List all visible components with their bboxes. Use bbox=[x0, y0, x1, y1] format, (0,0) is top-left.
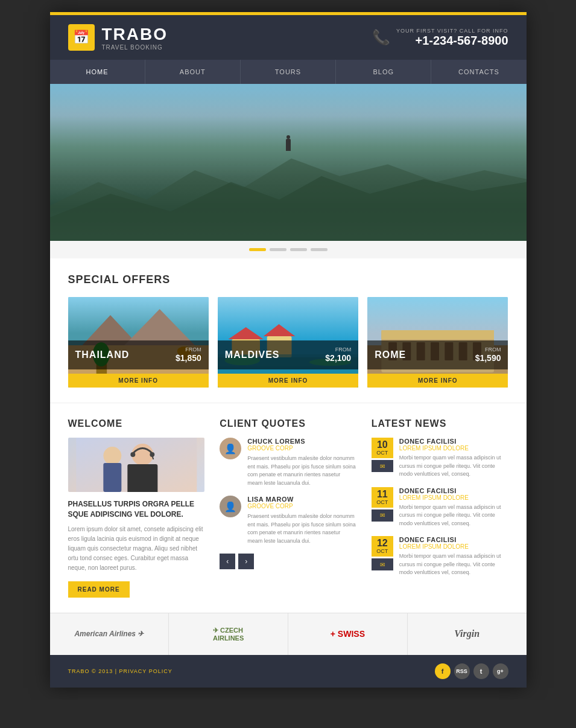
social-rss-button[interactable]: RSS bbox=[454, 663, 470, 679]
contact-text: YOUR FIRST VISIT? CALL FOR INFO +1-234-5… bbox=[396, 28, 508, 48]
american-airlines-logo: American Airlines ✈ bbox=[74, 630, 144, 638]
dot-1[interactable] bbox=[249, 248, 266, 251]
welcome-col: WELCOME bbox=[68, 418, 205, 598]
virgin-logo: Virgin bbox=[454, 628, 479, 639]
news-col: LATEST NEWS 10 OCT ✉ DONEC FACILISI LORE… bbox=[372, 418, 508, 598]
quote-item-2: 👤 LISA MAROW GROOVE CORP Praesent vestib… bbox=[220, 496, 356, 545]
quote-company-2: GROOVE CORP bbox=[247, 503, 356, 509]
welcome-subtitle: PHASELLUS TURPIS ORGRA PELLE SQUE ADIPIS… bbox=[68, 499, 205, 520]
news-date-col-3: 12 OCT ✉ bbox=[372, 536, 393, 570]
quote-content-1: CHUCK LOREMS GROOVE CORP Praesent vestib… bbox=[247, 438, 356, 487]
quote-next-button[interactable]: › bbox=[238, 554, 254, 569]
news-item-1: 10 OCT ✉ DONEC FACILISI LOREM IPSUM DOLO… bbox=[372, 438, 508, 479]
dot-4[interactable] bbox=[311, 248, 328, 251]
special-offers-section: SPECIAL OFFERS bbox=[50, 258, 527, 403]
news-title: LATEST NEWS bbox=[372, 418, 508, 429]
news-month-3: OCT bbox=[376, 548, 388, 554]
footer-copy: TRABO © 2013 | PRIVACY POLICY bbox=[68, 668, 172, 674]
quote-item-1: 👤 CHUCK LOREMS GROOVE CORP Praesent vest… bbox=[220, 438, 356, 487]
news-title-2: DONEC FACILISI bbox=[399, 487, 508, 494]
news-month-1: OCT bbox=[376, 450, 388, 456]
svg-rect-32 bbox=[103, 463, 121, 492]
nav-home[interactable]: HOME bbox=[50, 60, 145, 84]
offer-label-maldives: MALDIVES FROM $2,100 bbox=[218, 340, 358, 369]
site-footer: TRABO © 2013 | PRIVACY POLICY f RSS t g+ bbox=[50, 655, 527, 688]
slider-dots bbox=[50, 241, 527, 258]
main-nav: HOME ABOUT TOURS BLOG CONTACTS bbox=[50, 60, 527, 84]
news-badge-2: 11 OCT bbox=[372, 487, 393, 508]
news-icon-2: ✉ bbox=[372, 509, 393, 522]
offer-from-maldives: FROM bbox=[325, 346, 351, 353]
offer-name-thailand: THAILAND bbox=[75, 350, 130, 360]
news-content-3: DONEC FACILISI LOREM IPSUM DOLORE Morbi … bbox=[399, 536, 508, 577]
quote-text-1: Praesent vestibulum malesite dolor nonum… bbox=[247, 455, 356, 487]
footer-brand: TRABO bbox=[68, 668, 90, 674]
svg-rect-22 bbox=[381, 330, 494, 339]
news-item-3: 12 OCT ✉ DONEC FACILISI LOREM IPSUM DOLO… bbox=[372, 536, 508, 577]
offer-price-val-maldives: $2,100 bbox=[325, 353, 351, 363]
news-item-2: 11 OCT ✉ DONEC FACILISI LOREM IPSUM DOLO… bbox=[372, 487, 508, 528]
social-googleplus-button[interactable]: g+ bbox=[493, 663, 508, 679]
news-subtitle-1: LOREM IPSUM DOLORE bbox=[399, 445, 508, 452]
news-text-2: Morbi tempor quam vel massa adipiscin ut… bbox=[399, 503, 508, 528]
offer-price-maldives: FROM $2,100 bbox=[325, 346, 351, 363]
nav-blog[interactable]: BLOG bbox=[336, 60, 431, 84]
news-badge-3: 12 OCT bbox=[372, 536, 393, 557]
phone-icon: 📞 bbox=[372, 29, 390, 46]
nav-contacts[interactable]: CONTACTS bbox=[431, 60, 526, 84]
news-date-col-2: 11 OCT ✉ bbox=[372, 487, 393, 522]
news-subtitle-3: LOREM IPSUM DOLORE bbox=[399, 543, 508, 550]
svg-point-35 bbox=[130, 452, 135, 457]
welcome-image bbox=[68, 438, 205, 492]
offer-price-thailand: FROM $1,850 bbox=[176, 346, 201, 363]
social-twitter-button[interactable]: t bbox=[473, 663, 489, 679]
social-facebook-button[interactable]: f bbox=[435, 663, 451, 679]
footer-social: f RSS t g+ bbox=[435, 663, 508, 679]
hero-banner bbox=[50, 84, 527, 241]
quote-avatar-2: 👤 bbox=[220, 496, 241, 517]
logo-area: 📅 TRABO TRAVEL BOOKING bbox=[68, 24, 168, 51]
news-content-1: DONEC FACILISI LOREM IPSUM DOLORE Morbi … bbox=[399, 438, 508, 479]
czech-airlines-logo: ✈ CZECHAIRLINES bbox=[213, 627, 244, 642]
news-date-col-1: 10 OCT ✉ bbox=[372, 438, 393, 472]
svg-point-31 bbox=[103, 447, 121, 465]
dot-2[interactable] bbox=[270, 248, 286, 251]
offer-card-maldives: MALDIVES FROM $2,100 MORE INFO bbox=[218, 297, 358, 388]
offers-grid: THAILAND FROM $1,850 MORE INFO bbox=[68, 297, 508, 388]
nav-about[interactable]: ABOUT bbox=[145, 60, 241, 84]
offer-card-thailand: THAILAND FROM $1,850 MORE INFO bbox=[68, 297, 209, 388]
offer-label-thailand: THAILAND FROM $1,850 bbox=[68, 340, 209, 369]
site-name: TRABO bbox=[102, 25, 168, 44]
partner-swiss: + SWISS bbox=[288, 613, 408, 655]
quotes-title: CLIENT QUOTES bbox=[220, 418, 356, 429]
read-more-button[interactable]: READ MORE bbox=[68, 581, 130, 598]
news-day-3: 12 bbox=[376, 538, 388, 548]
quotes-col: CLIENT QUOTES 👤 CHUCK LOREMS GROOVE CORP… bbox=[220, 418, 356, 598]
special-offers-title: SPECIAL OFFERS bbox=[68, 273, 508, 286]
partner-american-airlines: American Airlines ✈ bbox=[50, 613, 169, 655]
news-icon-1: ✉ bbox=[372, 460, 393, 472]
dot-3[interactable] bbox=[290, 248, 307, 251]
news-month-2: OCT bbox=[376, 499, 388, 505]
offer-btn-thailand[interactable]: MORE INFO bbox=[68, 374, 209, 388]
site-header: 📅 TRABO TRAVEL BOOKING 📞 YOUR FIRST VISI… bbox=[50, 15, 527, 60]
offer-from-thailand: FROM bbox=[176, 346, 201, 353]
offer-price-val-thailand: $1,850 bbox=[176, 353, 201, 363]
offer-btn-maldives[interactable]: MORE INFO bbox=[218, 374, 358, 388]
nav-tours[interactable]: TOURS bbox=[241, 60, 336, 84]
logo-icon: 📅 bbox=[68, 24, 95, 51]
mountain-svg bbox=[50, 147, 527, 241]
quote-avatar-1: 👤 bbox=[220, 438, 241, 459]
contact-area: 📞 YOUR FIRST VISIT? CALL FOR INFO +1-234… bbox=[372, 28, 508, 48]
quote-company-1: GROOVE CORP bbox=[247, 445, 356, 452]
offer-btn-rome[interactable]: MORE INFO bbox=[367, 374, 508, 388]
news-content-2: DONEC FACILISI LOREM IPSUM DOLORE Morbi … bbox=[399, 487, 508, 528]
partners-section: American Airlines ✈ ✈ CZECHAIRLINES + SW… bbox=[50, 613, 527, 655]
quote-prev-button[interactable]: ‹ bbox=[220, 554, 235, 569]
call-label: YOUR FIRST VISIT? CALL FOR INFO bbox=[396, 28, 508, 34]
news-badge-1: 10 OCT bbox=[372, 438, 393, 458]
offer-name-maldives: MALDIVES bbox=[225, 350, 280, 360]
offer-name-rome: ROME bbox=[375, 350, 406, 360]
offer-from-rome: FROM bbox=[475, 346, 501, 353]
news-day-1: 10 bbox=[376, 440, 388, 450]
